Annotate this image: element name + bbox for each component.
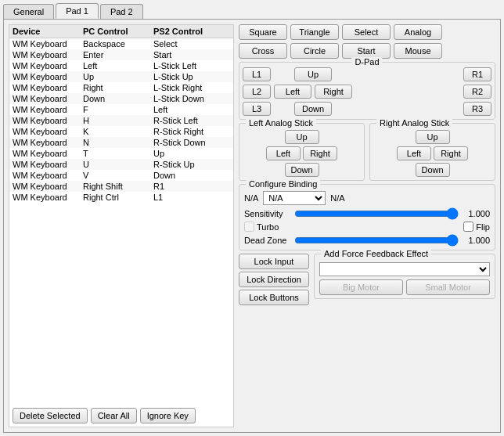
table-row[interactable]: WM Keyboard V Down [9,170,233,181]
right-analog-right[interactable]: Right [434,146,468,160]
table-cell-device: WM Keyboard [13,193,83,202]
l1-button[interactable]: L1 [243,67,271,81]
flip-item: Flip [463,222,490,232]
ignore-key-button[interactable]: Ignore Key [140,408,196,423]
deadzone-slider[interactable] [294,234,459,247]
table-cell-pc: H [83,116,153,125]
deadzone-label: Dead Zone [244,236,291,245]
dpad-label: D-Pad [351,57,382,67]
dpad-up-button[interactable]: Up [294,67,332,81]
dpad-right-col: R1 R2 R3 [463,67,491,116]
right-analog-label: Right Analog Stick [376,118,452,128]
analog-button[interactable]: Analog [394,24,442,40]
lock-direction-button[interactable]: Lock Direction [239,272,309,287]
right-analog-left[interactable]: Left [397,146,431,160]
dpad-down-button[interactable]: Down [294,102,332,116]
right-analog-lr: Left Right [397,146,468,160]
r3-button[interactable]: R3 [463,102,491,116]
force-feedback-dropdown[interactable] [319,262,490,276]
table-cell-device: WM Keyboard [13,61,83,70]
left-analog-up[interactable]: Up [285,130,319,144]
table-cell-pc: Right Shift [83,182,153,191]
table-bottom-buttons: Delete Selected Clear All Ignore Key [9,405,233,427]
cross-button[interactable]: Cross [239,43,287,59]
table-cell-device: WM Keyboard [13,116,83,125]
tab-pad2[interactable]: Pad 2 [100,4,143,19]
left-analog-down[interactable]: Down [285,163,319,177]
table-cell-pc: Right [83,83,153,92]
dpad-inner: L1 L2 L3 Up Left Right Down R1 [243,67,491,116]
table-row[interactable]: WM Keyboard Enter Start [9,49,233,60]
table-row[interactable]: WM Keyboard Up L-Stick Up [9,71,233,82]
tab-general[interactable]: General [3,4,54,19]
table-row[interactable]: WM Keyboard U R-Stick Up [9,159,233,170]
lock-input-button[interactable]: Lock Input [239,254,309,269]
sensitivity-slider[interactable] [294,207,459,220]
table-cell-ps2: L-Stick Up [153,72,233,81]
table-cell-ps2: R-Stick Up [153,160,233,169]
table-row[interactable]: WM Keyboard N R-Stick Down [9,137,233,148]
table-row[interactable]: WM Keyboard Right L-Stick Right [9,82,233,93]
square-button[interactable]: Square [239,24,287,40]
dpad-right-button[interactable]: Right [315,85,352,99]
config-value1: N/A [244,193,258,203]
table-row[interactable]: WM Keyboard F Left [9,104,233,115]
dpad-left-button[interactable]: Left [274,85,311,99]
table-cell-device: WM Keyboard [13,72,83,81]
table-row[interactable]: WM Keyboard K R-Stick Right [9,126,233,137]
r1-button[interactable]: R1 [463,67,491,81]
mapping-table: Device PC Control PS2 Control WM Keyboar… [9,24,234,427]
flip-checkbox[interactable] [463,222,473,232]
l2-button[interactable]: L2 [243,85,271,99]
deadzone-row: Dead Zone 1.000 [244,234,490,247]
left-analog-left[interactable]: Left [266,146,301,160]
circle-button[interactable]: Circle [290,43,339,59]
dpad-section: D-Pad L1 L2 L3 Up Left Right Down [239,62,495,120]
bottom-right-section: Lock Input Lock Direction Lock Buttons A… [239,254,495,305]
l3-button[interactable]: L3 [243,102,271,116]
dpad-left-col: L1 L2 L3 [243,67,271,116]
right-analog-group: Right Analog Stick Up Left Right Down [369,123,495,181]
right-analog-up[interactable]: Up [416,130,450,144]
table-row[interactable]: WM Keyboard Backspace Select [9,38,233,49]
r2-button[interactable]: R2 [463,85,491,99]
table-cell-ps2: Select [153,39,233,49]
tab-pad1[interactable]: Pad 1 [56,3,99,19]
config-binding-row: N/A N/A N/A [244,191,490,205]
delete-selected-button[interactable]: Delete Selected [13,408,88,423]
table-cell-device: WM Keyboard [13,105,83,114]
lock-buttons-button[interactable]: Lock Buttons [239,290,309,305]
table-row[interactable]: WM Keyboard Down L-Stick Down [9,93,233,104]
triangle-button[interactable]: Triangle [290,24,339,40]
table-cell-pc: T [83,149,153,158]
config-dropdown[interactable]: N/A [263,191,326,205]
table-row[interactable]: WM Keyboard T Up [9,148,233,159]
table-cell-pc: Backspace [83,39,153,49]
left-analog-right[interactable]: Right [303,146,337,160]
table-cell-pc: K [83,127,153,136]
table-cell-device: WM Keyboard [13,83,83,92]
big-motor-button[interactable]: Big Motor [319,279,403,295]
table-row[interactable]: WM Keyboard Left L-Stick Left [9,60,233,71]
table-row[interactable]: WM Keyboard Right Ctrl L1 [9,192,233,203]
right-panel: Square Triangle Select Analog Cross Circ… [239,24,495,427]
turbo-checkbox[interactable] [244,222,254,232]
table-cell-device: WM Keyboard [13,127,83,136]
clear-all-button[interactable]: Clear All [91,408,137,423]
left-analog-label: Left Analog Stick [246,118,316,128]
force-feedback-inner: Big Motor Small Motor [319,262,490,295]
select-button[interactable]: Select [342,24,391,40]
mouse-button[interactable]: Mouse [394,43,442,59]
table-cell-pc: Up [83,72,153,81]
table-cell-ps2: Down [153,171,233,180]
main-container: General Pad 1 Pad 2 Device PC Control PS… [0,0,504,436]
table-cell-device: WM Keyboard [13,160,83,169]
deadzone-value: 1.000 [462,236,490,245]
table-row[interactable]: WM Keyboard Right Shift R1 [9,181,233,192]
start-button[interactable]: Start [342,43,391,59]
small-motor-button[interactable]: Small Motor [406,279,490,295]
table-row[interactable]: WM Keyboard H R-Stick Left [9,115,233,126]
right-analog-down[interactable]: Down [416,163,450,177]
table-cell-pc: Enter [83,50,153,59]
sensitivity-value: 1.000 [462,209,490,218]
